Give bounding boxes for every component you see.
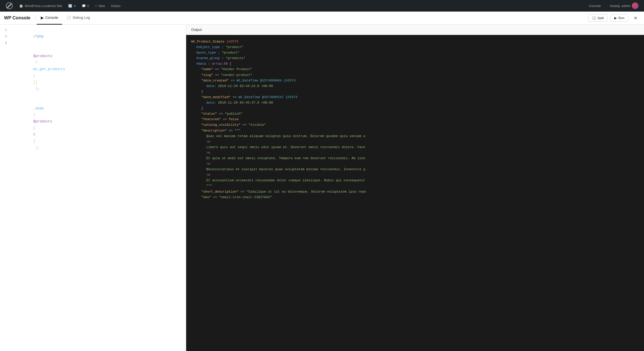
code-lines[interactable]: <?php $products = wc_get_products ( [] )… [10, 27, 186, 349]
data-desc-newline-4: \n [191, 172, 639, 178]
output-class-line: WC_Product_Simple {#2575 [191, 39, 639, 45]
avatar [632, 3, 638, 9]
data-description-3: Et quia ut modi est omnis voluptate. Tem… [191, 156, 639, 161]
code-line-1: <?php [12, 27, 184, 46]
debug-log-tab-icon: 📄 [66, 15, 71, 20]
howdy-menu[interactable]: Howdy, admin [608, 0, 641, 12]
data-name: "name" => "Vendor Product" [191, 67, 639, 72]
func-wc-get-products: wc_get_products [33, 67, 65, 71]
code-line-3: _dump ( $products [ 0 ] ); [12, 99, 184, 157]
tab-console[interactable]: ▶ Console [37, 12, 62, 25]
object-id: {#2575 [226, 40, 238, 43]
data-date-modified-close: } [191, 106, 639, 111]
updates-icon: 🔄 [68, 4, 72, 8]
var-products-0: $products [33, 119, 52, 123]
code-line-2: $products = wc_get_products ( [] ); [12, 46, 184, 99]
dokan-label: Dokan [111, 4, 120, 8]
prop-data: #data : array:50 [ [191, 61, 639, 67]
updates-count: 4 [74, 4, 75, 8]
data-featured: "featured" => false [191, 117, 639, 122]
home-icon: 🏠 [19, 4, 23, 8]
console-tab-icon: ▶ [41, 15, 44, 20]
plugin-bar: WP Console ▶ Console 📄 Debug Log ⬜ Split… [0, 12, 644, 25]
data-catalog-visibility: "catalog_visibility" => "visible" [191, 122, 639, 128]
new-content-button[interactable]: + New [93, 0, 108, 12]
data-date-created: "date_created" => WC_DateTime @157499906… [191, 78, 639, 83]
run-icon: ▶ [614, 16, 617, 20]
prop-post-type: #post_type : "product" [191, 50, 639, 56]
line-numbers: 1 2 3 [0, 27, 10, 349]
data-desc-newline-1: \n [191, 139, 639, 145]
data-date-created-close: } [191, 89, 639, 95]
dokan-button[interactable]: Dokan [108, 0, 123, 12]
line-number-3: 3 [3, 40, 7, 46]
comments-button[interactable]: 💬 0 [79, 0, 92, 12]
run-button[interactable]: ▶ Run [611, 14, 628, 22]
data-description-1: Quas vel maxime totam aliquam voluptas q… [191, 134, 639, 139]
data-date-modified-val: date: 2019-11-29 03:45:47.0 +00:00 [191, 100, 639, 106]
prop-cache-group: #cache_group : "products" [191, 56, 639, 61]
split-label: Split [597, 16, 604, 20]
data-description-key: "description" => """ [191, 128, 639, 134]
site-name: WordPress Localhost Site [25, 4, 62, 8]
console-tab-label: Console [45, 16, 58, 20]
func-dump: _dump [33, 106, 44, 110]
output-content[interactable]: WC_Product_Simple {#2575 #object_type : … [186, 35, 644, 351]
console-label: Console [589, 4, 601, 8]
output-panel: Output WC_Product_Simple {#2575 #object_… [186, 25, 644, 351]
new-label: New [98, 4, 105, 8]
data-status: "status" => "publish" [191, 111, 639, 117]
plugin-title: WP Console [4, 15, 36, 21]
tab-debug-log[interactable]: 📄 Debug Log [62, 12, 94, 25]
data-date-modified: "date_modified" => WC_DateTime @15749991… [191, 95, 639, 100]
line-number-2: 2 [3, 33, 7, 40]
output-label: Output [191, 28, 202, 32]
console-link[interactable]: Console [586, 0, 603, 12]
updates-button[interactable]: 🔄 4 [66, 0, 78, 12]
close-button[interactable]: ✕ [631, 14, 640, 22]
site-name-button[interactable]: 🏠 WordPress Localhost Site [17, 0, 65, 12]
split-button[interactable]: ⬜ Split [588, 14, 608, 22]
data-desc-close: """ [191, 183, 639, 189]
toolbar-right: ⬜ Split ▶ Run ✕ [588, 14, 640, 22]
php-open-tag: <?php [33, 34, 44, 38]
wp-logo-button[interactable] [3, 0, 16, 12]
var-products: $products [33, 54, 52, 58]
data-sku: "sku" => "small-iron-chair-23827042" [191, 195, 639, 200]
plus-icon: + [95, 4, 97, 8]
code-area[interactable]: 1 2 3 <?php $products = wc_get_products … [0, 25, 186, 351]
split-icon: ⬜ [592, 16, 596, 20]
data-short-description: "short_description" => "Similique ut sit… [191, 189, 639, 195]
data-desc-newline-2: \n [191, 150, 639, 156]
prop-object-type: #object_type : "product" [191, 45, 639, 50]
comments-count: 0 [87, 4, 89, 8]
run-label: Run [618, 16, 624, 20]
data-slug: "slug" => "vendor-product" [191, 72, 639, 78]
howdy-label: Howdy, admin [610, 4, 630, 8]
close-icon: ✕ [634, 15, 637, 21]
data-desc-newline-3: \n [191, 161, 639, 167]
admin-bar: 🏠 WordPress Localhost Site 🔄 4 💬 0 + New… [0, 0, 644, 12]
main-content: 1 2 3 <?php $products = wc_get_products … [0, 25, 644, 351]
output-header: Output [186, 25, 644, 35]
data-date-created-val: date: 2019-11-29 03:44:24.0 +00:00 [191, 83, 639, 89]
line-number-1: 1 [3, 27, 7, 33]
data-description-4: Necessitatibus et suscipit maiores quae … [191, 167, 639, 172]
tab-bar: ▶ Console 📄 Debug Log [37, 12, 588, 25]
data-description-2: Libero quis aut sequi omnis odio ipsam e… [191, 145, 639, 150]
comments-icon: 💬 [82, 4, 86, 8]
editor-panel: 1 2 3 <?php $products = wc_get_products … [0, 25, 186, 351]
data-description-5: Et accusantium occaecati recusandae dolo… [191, 178, 639, 183]
debug-log-tab-label: Debug Log [73, 16, 90, 20]
class-name: WC_Product_Simple [191, 40, 225, 43]
